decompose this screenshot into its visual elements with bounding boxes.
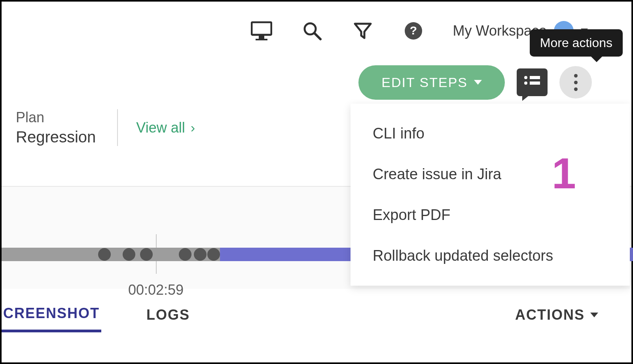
more-actions-button[interactable] xyxy=(559,66,592,99)
tab-logs[interactable]: LOGS xyxy=(145,299,191,331)
actions-dropdown[interactable]: ACTIONS xyxy=(514,299,600,331)
timeline-marker[interactable] xyxy=(140,248,153,261)
actions-label: ACTIONS xyxy=(515,307,585,323)
timeline-tick-label: 00:02:59 xyxy=(128,282,184,298)
svg-rect-2 xyxy=(256,39,267,40)
chevron-right-icon: › xyxy=(191,120,195,135)
svg-rect-9 xyxy=(530,76,540,79)
dot-icon xyxy=(574,87,578,91)
tab-screenshot[interactable]: CREENSHOT xyxy=(2,297,101,332)
svg-rect-1 xyxy=(259,36,264,39)
search-icon[interactable] xyxy=(301,20,323,42)
more-actions-menu: CLI info Create issue in Jira Export PDF… xyxy=(351,104,630,286)
chevron-down-icon xyxy=(590,313,598,317)
menu-item-create-jira[interactable]: Create issue in Jira xyxy=(351,154,630,195)
plan-value: Regression xyxy=(16,128,96,146)
monitor-icon[interactable] xyxy=(250,20,273,42)
svg-rect-0 xyxy=(252,22,271,35)
svg-text:?: ? xyxy=(409,24,417,37)
help-icon[interactable]: ? xyxy=(402,20,425,42)
menu-item-export-pdf[interactable]: Export PDF xyxy=(351,195,630,235)
timeline-marker[interactable] xyxy=(207,248,220,261)
svg-marker-5 xyxy=(355,24,371,38)
annotation-1: 1 xyxy=(552,148,576,198)
dot-icon xyxy=(574,74,578,78)
view-all-link[interactable]: View all › xyxy=(118,119,195,136)
timeline-marker[interactable] xyxy=(179,248,191,261)
comments-button[interactable] xyxy=(517,68,548,96)
svg-rect-11 xyxy=(530,82,540,85)
timeline-marker[interactable] xyxy=(123,248,135,261)
menu-item-rollback[interactable]: Rollback updated selectors xyxy=(351,235,630,276)
chevron-down-icon xyxy=(474,80,482,85)
dot-icon xyxy=(574,81,578,84)
menu-item-cli-info[interactable]: CLI info xyxy=(351,113,630,154)
svg-line-4 xyxy=(315,33,320,39)
edit-steps-button[interactable]: EDIT STEPS xyxy=(358,65,505,100)
view-all-label: View all xyxy=(136,119,185,136)
edit-steps-label: EDIT STEPS xyxy=(381,75,468,90)
plan-label: Plan xyxy=(16,109,96,126)
timeline-marker[interactable] xyxy=(194,248,207,261)
timeline-marker[interactable] xyxy=(98,248,111,261)
list-icon xyxy=(523,75,542,89)
svg-point-10 xyxy=(524,82,527,85)
svg-point-8 xyxy=(524,76,527,79)
more-actions-tooltip: More actions xyxy=(530,29,623,57)
filter-icon[interactable] xyxy=(352,20,374,42)
